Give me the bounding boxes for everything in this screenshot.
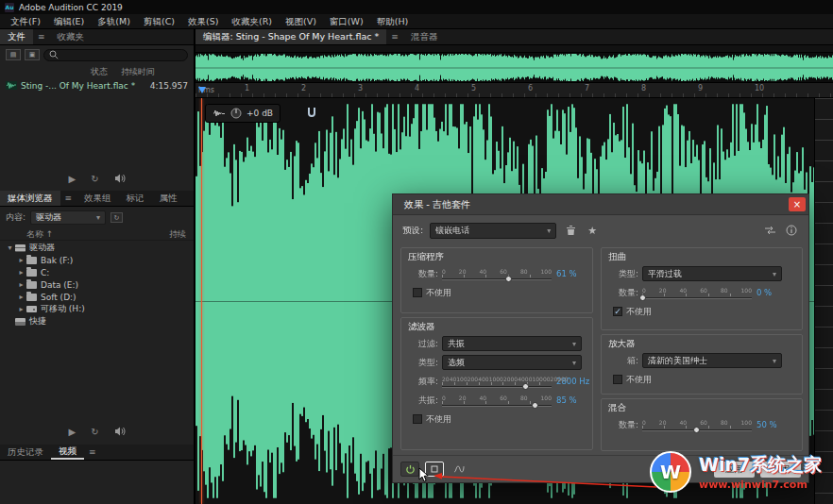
mix-group: 混合 数量: 020406080100 50 % (601, 398, 803, 451)
menu-item[interactable]: 多轨(M) (91, 14, 137, 29)
preset-dropdown[interactable]: 镶嵌电话 ▾ (430, 223, 556, 239)
save-preset-star-icon[interactable]: ★ (585, 223, 600, 238)
tab-editor[interactable]: 编辑器: Sting - Shape Of My Heart.flac * (196, 29, 386, 44)
file-row[interactable]: Sting -... Of My Heart.flac * 4:15.957 (0, 79, 194, 92)
import-file-icon[interactable]: ▤ (6, 49, 21, 60)
gain-knob-icon[interactable] (230, 108, 242, 119)
tab-media-browser[interactable]: 媒体浏览器 (0, 191, 60, 206)
slider-thumb[interactable] (532, 402, 538, 409)
panel-menu-icon[interactable]: ≡ (386, 29, 403, 44)
app-icon: Au (5, 3, 14, 12)
slider-thumb[interactable] (693, 427, 700, 433)
expand-arrow-icon[interactable]: ▸ (17, 256, 26, 264)
loop-icon[interactable]: ↻ (91, 174, 98, 184)
speaker-icon[interactable] (114, 427, 126, 436)
filter-bypass-checkbox[interactable] (413, 414, 422, 424)
magnet-icon[interactable] (307, 107, 316, 120)
slider-thumb[interactable] (505, 276, 512, 282)
tab-effects-rack[interactable]: 效果组 (76, 191, 119, 206)
ruler-label: 1 (245, 84, 301, 92)
resonance-slider[interactable]: 020406080100 (442, 394, 552, 407)
distortion-bypass-checkbox[interactable] (613, 307, 622, 316)
distortion-type-dropdown[interactable]: 平滑过载▾ (642, 266, 782, 281)
expand-arrow-icon[interactable]: ▾ (6, 244, 14, 252)
col-name[interactable]: 名称 ↑ (26, 228, 53, 240)
col-status[interactable]: 状态 (91, 66, 108, 78)
tree-item[interactable]: ▸Data (E:) (0, 278, 194, 291)
menu-item[interactable]: 效果(S) (181, 14, 225, 29)
delete-preset-icon[interactable] (563, 223, 578, 238)
tab-video[interactable]: 视频 (51, 445, 84, 460)
expand-arrow-icon[interactable]: ▸ (17, 280, 26, 289)
expand-arrow-icon[interactable]: ▸ (17, 293, 26, 301)
amplifier-bypass-checkbox[interactable] (613, 375, 622, 384)
tree-item-label: 可移动 (H:) (41, 303, 85, 315)
slider-thumb[interactable] (522, 383, 529, 390)
tree-item[interactable]: ▸Bak (F:) (0, 254, 194, 266)
chevron-down-icon: ▾ (572, 340, 576, 348)
expand-arrow-icon[interactable]: ▸ (17, 268, 26, 277)
files-column-headers: 状态 持续时间 (0, 66, 194, 78)
playhead-caret[interactable] (198, 87, 206, 93)
filter-group: 滤波器 过滤: 共振▾ 类型: 选频▾ 频率: 2040100200400100… (400, 317, 593, 450)
menu-item[interactable]: 视图(V) (279, 14, 323, 29)
info-icon[interactable] (784, 223, 799, 238)
open-file-icon[interactable]: ▣ (25, 49, 40, 60)
preset-value: 镶嵌电话 (435, 225, 469, 237)
dialog-title[interactable]: 效果 - 吉他套件 (393, 194, 808, 215)
tab-video-label: 视频 (59, 445, 76, 458)
panel-menu-icon[interactable]: ≡ (33, 29, 50, 44)
tab-history[interactable]: 历史记录 (0, 445, 51, 460)
tree-item[interactable]: ▸C: (0, 266, 194, 278)
panel-menu-icon[interactable]: ≡ (84, 445, 101, 460)
tree-item[interactable]: ▾驱动器 (0, 242, 194, 254)
refresh-icon[interactable]: ↻ (110, 212, 123, 223)
menu-item[interactable]: 文件(F) (4, 14, 47, 29)
filter-type-dropdown[interactable]: 选频▾ (442, 355, 582, 370)
tab-mixer[interactable]: 混音器 (403, 29, 446, 44)
menu-item[interactable]: 编辑(E) (47, 14, 91, 29)
menu-item[interactable]: 窗口(W) (323, 14, 370, 29)
distortion-title: 扭曲 (602, 248, 802, 264)
menu-item[interactable]: 收藏夹(R) (225, 14, 279, 29)
playhead-line[interactable] (201, 98, 202, 504)
output-monitor-icon[interactable] (450, 462, 468, 477)
slider-tick-labels: 020406080100 (642, 419, 752, 426)
slider-thumb[interactable] (639, 294, 646, 301)
bypass-label: 不使用 (426, 413, 451, 426)
tree-item[interactable]: 快捷 (0, 315, 194, 328)
panel-menu-icon[interactable]: ≡ (60, 191, 77, 206)
routing-icon[interactable] (762, 223, 777, 238)
filter-dropdown[interactable]: 共振▾ (442, 336, 582, 351)
tab-favorites[interactable]: 收藏夹 (50, 29, 93, 44)
tab-markers[interactable]: 标记 (119, 191, 152, 206)
play-icon[interactable]: ▶ (68, 427, 76, 437)
dialog-close-button[interactable]: × (789, 197, 806, 211)
expand-arrow-icon[interactable]: ▸ (17, 305, 26, 313)
col-duration[interactable]: 持续时间 (121, 66, 155, 78)
drives-dropdown[interactable]: 驱动器 ▾ (30, 210, 106, 225)
timeline-ruler[interactable]: hms 12345678910 (196, 83, 833, 98)
loop-icon[interactable]: ↻ (91, 427, 98, 437)
frequency-slider[interactable]: 20401002004001000200040001000020000 (442, 375, 552, 388)
play-icon[interactable]: ▶ (68, 174, 76, 184)
tab-properties[interactable]: 属性 (152, 191, 185, 206)
mix-amount-slider[interactable]: 020406080100 (642, 418, 752, 431)
col-duration[interactable]: 持续 (169, 228, 186, 240)
tab-files[interactable]: 文件 (0, 29, 33, 44)
cabinet-dropdown[interactable]: 清新的美国绅士▾ (642, 353, 782, 368)
effect-power-toggle[interactable] (400, 462, 419, 477)
distortion-amount-slider[interactable]: 020406080100 (642, 286, 752, 299)
compressor-bypass-checkbox[interactable] (413, 288, 422, 297)
tree-item[interactable]: ▸Soft (D:) (0, 291, 194, 303)
db-control[interactable]: +0 dB (205, 104, 280, 123)
app-title: Adobe Audition CC 2019 (19, 3, 123, 12)
menu-item[interactable]: 帮助(H) (370, 14, 416, 29)
waveform-overview[interactable] (196, 52, 833, 83)
speaker-icon[interactable] (114, 174, 126, 183)
tree-item[interactable]: ▸可移动 (H:) (0, 303, 194, 315)
compressor-amount-slider[interactable]: 020406080100 (442, 267, 552, 280)
ruler-label: 5 (471, 84, 528, 92)
search-input[interactable] (43, 49, 188, 61)
menu-item[interactable]: 剪辑(C) (137, 14, 181, 29)
